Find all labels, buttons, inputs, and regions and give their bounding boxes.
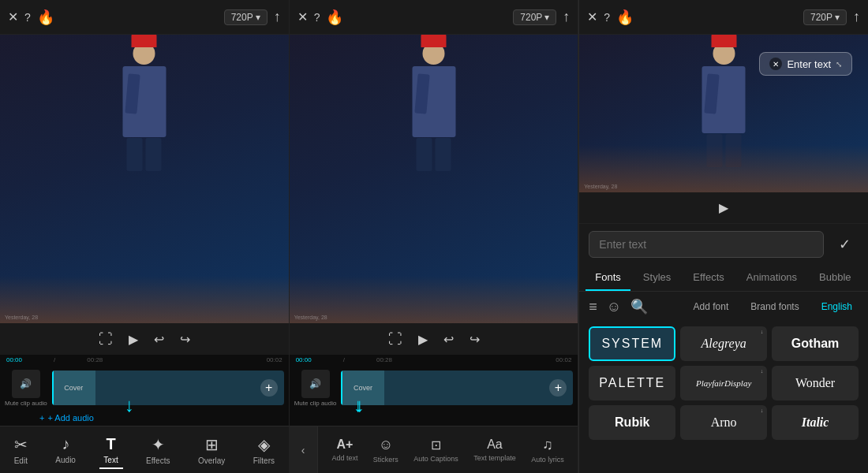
auto-lyrics-tool[interactable]: ♫ Auto lyrics — [531, 437, 564, 464]
text-input-row: ✓ — [579, 224, 868, 265]
text-input-field[interactable] — [589, 231, 824, 258]
font-name-wonder: Wonder — [795, 376, 835, 390]
video-preview-2: Yesterday, 28 — [290, 35, 578, 323]
add-clip-btn-2[interactable]: + — [549, 379, 567, 397]
resolution-badge-2[interactable]: 720P ▾ — [513, 9, 556, 25]
resolution-badge-1[interactable]: 720P ▾ — [224, 9, 268, 25]
enter-text-label: Enter text — [787, 58, 831, 70]
flame-icon-3: 🔥 — [616, 9, 634, 26]
add-text-tool[interactable]: A+ Add text — [331, 438, 357, 462]
font-name-palette: PALETTE — [599, 376, 665, 390]
help-icon-1[interactable]: ? — [24, 11, 31, 24]
font-actions-bar: ≡ ☺ 🔍 Add font Brand fonts English — [579, 292, 868, 322]
chevron-left-icon: ‹ — [301, 444, 305, 456]
font-tabs: Fonts Styles Effects Animations Bubble — [579, 265, 868, 292]
stickers-icon: ☺ — [379, 437, 393, 453]
font-card-arno[interactable]: Arno ↓ — [680, 405, 767, 440]
stickers-tool[interactable]: ☺ Stickers — [373, 437, 398, 464]
text-template-icon: Aa — [487, 438, 503, 452]
font-panel: ✓ Fonts Styles Effects Animations Bubb — [579, 224, 868, 473]
add-font-btn[interactable]: Add font — [687, 298, 735, 315]
emoji-icon[interactable]: ☺ — [607, 299, 621, 315]
playhead-2 — [341, 371, 342, 405]
toolbar-audio[interactable]: ♪ Audio — [47, 430, 84, 469]
redo-btn-2[interactable] — [470, 332, 480, 347]
language-btn[interactable]: English — [815, 298, 859, 315]
help-icon-3[interactable]: ? — [604, 11, 610, 24]
tab-bubble[interactable]: Bubble — [810, 265, 860, 291]
font-name-system: SYSTEM — [601, 337, 663, 351]
tab-styles[interactable]: Styles — [634, 265, 680, 291]
pro-badge-playfair: ↓ — [761, 368, 764, 374]
toolbar-edit[interactable]: ✂ Edit — [6, 430, 36, 470]
font-card-alegreya[interactable]: Alegreya ↓ — [680, 326, 767, 361]
enter-text-bubble[interactable]: ✕ Enter text ⤡ — [759, 52, 852, 76]
expand-btn-2[interactable]: ⛶ — [388, 331, 402, 348]
time-current-1: 00:00 — [6, 356, 22, 363]
close-icon-2[interactable]: ✕ — [297, 9, 308, 24]
toolbar-overlay[interactable]: ⊞ Overlay — [190, 430, 233, 470]
video-preview-1: Yesterday, 28 — [0, 35, 289, 323]
watermark-2: Yesterday, 28 — [294, 315, 327, 320]
timeline-track-2[interactable]: Cover + — [341, 371, 573, 405]
playback-controls-2: ⛶ — [290, 323, 578, 355]
time-total-1: 00:28 — [87, 356, 103, 363]
font-name-arno: Arno — [711, 415, 737, 430]
toolbar-effects[interactable]: ✦ Effects — [138, 430, 178, 470]
resize-icon[interactable]: ⤡ — [836, 60, 842, 69]
text-icon: T — [106, 435, 115, 453]
auto-lyrics-icon: ♫ — [542, 437, 553, 453]
play-btn-3[interactable] — [719, 200, 728, 215]
confirm-text-btn[interactable]: ✓ — [830, 230, 859, 259]
font-name-rubik: Rubik — [615, 415, 649, 430]
font-card-rubik[interactable]: Rubik — [589, 405, 675, 440]
flame-icon-2: 🔥 — [326, 9, 343, 26]
scissors-icon: ✂ — [14, 435, 28, 454]
play-btn-2[interactable] — [418, 332, 428, 347]
bubble-close-btn[interactable]: ✕ — [769, 58, 782, 70]
close-icon-1[interactable]: ✕ — [8, 9, 18, 24]
top-bar-3: ✕ ? 🔥 720P ▾ ↑ — [579, 0, 868, 35]
help-icon-2[interactable]: ? — [314, 11, 320, 24]
toolbar-text[interactable]: T Text — [95, 430, 125, 469]
tab-effects[interactable]: Effects — [683, 265, 734, 291]
tab-animations[interactable]: Animations — [737, 265, 806, 291]
expand-btn-1[interactable]: ⛶ — [99, 331, 113, 348]
video-panel-1: ✕ ? 🔥 720P ▾ ↑ — [0, 0, 290, 473]
play-btn-1[interactable] — [129, 332, 138, 347]
font-card-system[interactable]: SYSTEM — [589, 326, 675, 361]
tab-fonts[interactable]: Fonts — [586, 265, 630, 291]
timeline-ruler-2: 00:00 / 00:28 00:02 — [290, 355, 578, 364]
timeline-ruler-1: 00:00 / 00:28 00:02 — [0, 355, 289, 364]
redo-btn-1[interactable] — [180, 332, 190, 347]
mute-clip-thumb-2: 🔊 Mute clip audio — [294, 370, 337, 407]
add-clip-btn-1[interactable]: + — [260, 379, 278, 397]
add-audio-btn-1[interactable]: + + Add audio — [39, 413, 94, 423]
text-template-tool[interactable]: Aa Text template — [473, 438, 516, 462]
font-card-italic[interactable]: Italic — [772, 405, 859, 440]
close-icon-3[interactable]: ✕ — [587, 9, 597, 24]
font-card-gotham[interactable]: Gotham — [772, 326, 859, 361]
resolution-badge-3[interactable]: 720P ▾ — [803, 9, 847, 25]
undo-btn-2[interactable] — [443, 332, 454, 347]
music-icon: ♪ — [62, 435, 69, 453]
font-card-palette[interactable]: PALETTE — [589, 366, 675, 400]
toolbar-filters[interactable]: ◈ Filters — [245, 430, 282, 470]
auto-captions-tool[interactable]: ⊡ Auto Captions — [413, 438, 458, 463]
bottom-toolbar-1: ✂ Edit ♪ Audio T Text ✦ Effects ⊞ Overla… — [0, 426, 289, 473]
font-card-wonder[interactable]: Wonder — [772, 366, 859, 400]
cover-label-1: Cover — [52, 371, 95, 405]
font-card-playfair[interactable]: PlayfairDisplay ↓ — [680, 366, 767, 400]
search-icon[interactable]: 🔍 — [630, 298, 648, 315]
brand-fonts-btn[interactable]: Brand fonts — [744, 298, 805, 315]
upload-icon-3[interactable]: ↑ — [853, 9, 860, 25]
upload-icon-2[interactable]: ↑ — [563, 9, 570, 25]
filter-icon[interactable]: ≡ — [589, 299, 597, 315]
upload-icon-1[interactable]: ↑ — [274, 9, 281, 25]
arrow-down-fixed: ↓ — [355, 394, 365, 416]
arrow-down-1: ↓ — [125, 394, 134, 416]
undo-btn-1[interactable] — [154, 332, 164, 347]
font-name-italic: Italic — [802, 415, 829, 430]
timeline-track-1[interactable]: Cover + — [52, 371, 284, 405]
panel-toggle-btn[interactable]: ‹ — [290, 426, 318, 474]
